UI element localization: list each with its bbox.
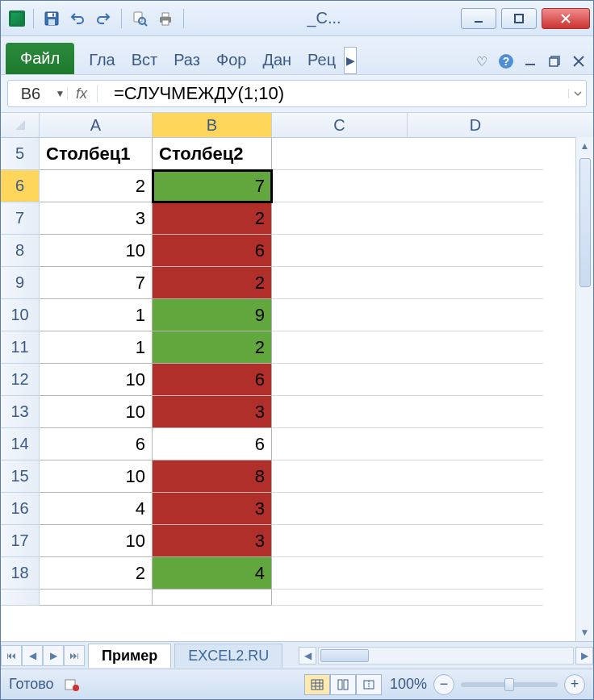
row-header[interactable]: 18: [1, 557, 40, 590]
cell-d[interactable]: [408, 525, 543, 557]
select-all-corner[interactable]: [1, 113, 40, 137]
row-header[interactable]: 10: [1, 299, 40, 331]
cell-a[interactable]: 1: [40, 331, 153, 364]
cell-a[interactable]: 1: [40, 299, 153, 331]
ribbon-tab-formulas[interactable]: Фор: [208, 44, 254, 74]
formula-input[interactable]: [106, 83, 568, 104]
cell-c[interactable]: [272, 202, 408, 235]
cell-a[interactable]: 10: [40, 364, 153, 396]
col-header-b[interactable]: B: [153, 113, 272, 137]
cell-d[interactable]: [408, 299, 543, 331]
vertical-scrollbar[interactable]: ▲ ▼: [575, 137, 593, 641]
hscroll-left-button[interactable]: ◀: [299, 647, 316, 665]
sheet-tab-inactive[interactable]: EXCEL2.RU: [174, 644, 282, 668]
view-pagelayout-button[interactable]: [330, 674, 356, 695]
cell-a[interactable]: 2: [40, 557, 153, 590]
cell-c[interactable]: [272, 331, 408, 364]
col-header-d[interactable]: D: [408, 113, 543, 137]
cell-a[interactable]: 2: [40, 170, 153, 202]
cell-d[interactable]: [408, 493, 543, 525]
cell-c[interactable]: [272, 364, 408, 396]
horizontal-scrollbar[interactable]: ◀ ▶: [299, 647, 593, 665]
cell-d[interactable]: [408, 396, 543, 428]
cell-c[interactable]: [272, 590, 408, 606]
cell-a[interactable]: Столбец1: [40, 138, 153, 170]
row-header[interactable]: 13: [1, 396, 40, 428]
cell-a[interactable]: [40, 590, 153, 606]
cell-a[interactable]: 3: [40, 202, 153, 235]
zoom-slider[interactable]: [461, 682, 558, 687]
ribbon-more-button[interactable]: ▶: [344, 47, 357, 74]
scroll-down-button[interactable]: ▼: [576, 623, 593, 641]
maximize-button[interactable]: [501, 8, 537, 29]
sheet-last-button[interactable]: ⏭: [64, 645, 85, 666]
cell-c[interactable]: [272, 525, 408, 557]
col-header-a[interactable]: A: [40, 113, 153, 137]
row-header[interactable]: 17: [1, 525, 40, 557]
cell-c[interactable]: [272, 460, 408, 493]
cell-d[interactable]: [408, 138, 543, 170]
sheet-prev-button[interactable]: ◀: [22, 645, 43, 666]
ribbon-tab-data[interactable]: Дан: [254, 44, 299, 74]
sheet-first-button[interactable]: ⏮: [1, 645, 22, 666]
cell-b[interactable]: 8: [153, 460, 272, 493]
redo-button[interactable]: [92, 7, 115, 30]
cell-d[interactable]: [408, 170, 543, 202]
cell-c[interactable]: [272, 235, 408, 267]
cell-d[interactable]: [408, 460, 543, 493]
row-header[interactable]: 12: [1, 364, 40, 396]
ribbon-tab-insert[interactable]: Вст: [123, 44, 166, 74]
col-header-c[interactable]: C: [272, 113, 408, 137]
view-pagebreak-button[interactable]: [356, 674, 382, 695]
row-header[interactable]: 7: [1, 202, 40, 235]
cell-c[interactable]: [272, 267, 408, 299]
zoom-label[interactable]: 100%: [390, 676, 427, 693]
cell-b[interactable]: 3: [153, 396, 272, 428]
cell-b[interactable]: 3: [153, 493, 272, 525]
row-header[interactable]: 6: [1, 170, 40, 202]
row-header[interactable]: 15: [1, 460, 40, 493]
cell-b[interactable]: [153, 590, 272, 606]
ribbon-tab-home[interactable]: Гла: [81, 44, 123, 74]
cell-d[interactable]: [408, 590, 543, 606]
cell-b[interactable]: 9: [153, 299, 272, 331]
cell-b[interactable]: 4: [153, 557, 272, 590]
print-preview-button[interactable]: [128, 7, 151, 30]
cell-c[interactable]: [272, 396, 408, 428]
cell-d[interactable]: [408, 428, 543, 460]
minimize-button[interactable]: [461, 8, 496, 29]
sheet-tab-active[interactable]: Пример: [88, 644, 171, 668]
ribbon-tab-review[interactable]: Рец: [299, 44, 344, 74]
name-box[interactable]: B6: [8, 85, 53, 103]
cell-a[interactable]: 10: [40, 525, 153, 557]
print-button[interactable]: [154, 7, 177, 30]
cell-b[interactable]: 2: [153, 267, 272, 299]
zoom-handle[interactable]: [504, 678, 514, 691]
cell-c[interactable]: [272, 557, 408, 590]
cell-d[interactable]: [408, 235, 543, 267]
row-header[interactable]: 5: [1, 138, 40, 170]
name-box-dropdown[interactable]: ▼: [53, 88, 68, 99]
hscroll-thumb[interactable]: [320, 649, 369, 662]
cell-b[interactable]: 3: [153, 525, 272, 557]
undo-button[interactable]: [66, 7, 89, 30]
cell-d[interactable]: [408, 202, 543, 235]
cell-b[interactable]: 6: [153, 364, 272, 396]
close-button[interactable]: [542, 8, 590, 29]
zoom-in-button[interactable]: +: [564, 674, 585, 695]
ribbon-dropdown-button[interactable]: ♡: [474, 53, 490, 69]
zoom-out-button[interactable]: −: [433, 674, 454, 695]
doc-minimize-button[interactable]: [522, 53, 538, 69]
cell-c[interactable]: [272, 493, 408, 525]
row-header[interactable]: 14: [1, 428, 40, 460]
row-header[interactable]: [1, 590, 40, 606]
macro-record-button[interactable]: [62, 675, 82, 694]
cell-a[interactable]: 10: [40, 460, 153, 493]
sheet-next-button[interactable]: ▶: [43, 645, 64, 666]
file-tab[interactable]: Файл: [6, 43, 74, 74]
help-button[interactable]: ?: [498, 53, 514, 69]
cell-d[interactable]: [408, 267, 543, 299]
formula-expand-button[interactable]: [568, 89, 586, 98]
cell-b[interactable]: 7: [153, 170, 272, 202]
cell-c[interactable]: [272, 138, 408, 170]
